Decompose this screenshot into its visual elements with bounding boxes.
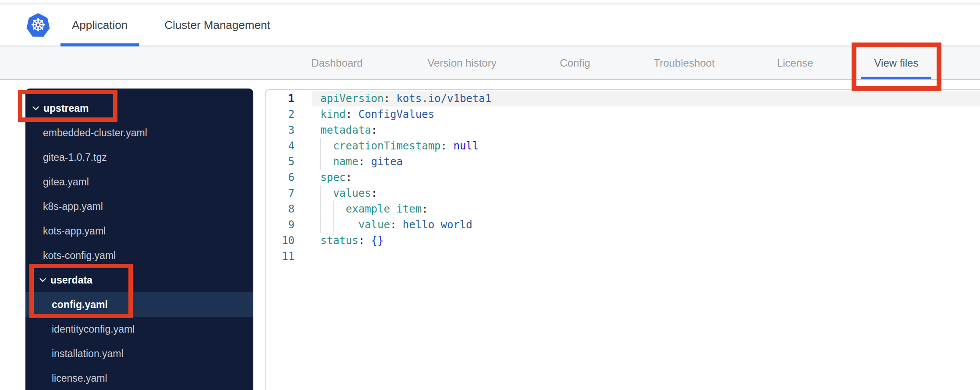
code-line-content[interactable]: creationTimestamp: null <box>312 138 980 154</box>
tree-item-label: config.yaml <box>52 299 108 311</box>
code-line: 7 values: <box>266 185 980 201</box>
tree-item-label: embedded-cluster.yaml <box>43 127 147 139</box>
tree-item-label: gitea-1.0.7.tgz <box>43 152 107 163</box>
code-line: 10 status: {} <box>266 233 980 248</box>
tab-view-files-label: View files <box>874 57 919 69</box>
code-line-content[interactable]: spec: <box>312 170 980 185</box>
tree-file-installation.yaml[interactable]: installation.yaml <box>25 341 253 366</box>
line-number: 7 <box>266 185 295 201</box>
tree-file-embedded-cluster.yaml[interactable]: embedded-cluster.yaml <box>25 121 253 145</box>
line-number: 8 <box>266 201 295 217</box>
tab-config[interactable]: Config <box>560 46 590 79</box>
code-line-content[interactable]: value: hello world <box>312 217 980 233</box>
tab-cluster-management-label: Cluster Management <box>164 18 270 32</box>
tree-file-k8s-app.yaml[interactable]: k8s-app.yaml <box>25 194 253 219</box>
active-tab-underline <box>60 43 139 46</box>
code-line-content[interactable]: metadata: <box>312 122 980 138</box>
file-tree: upstream embedded-cluster.yaml gitea-1.0… <box>25 89 253 390</box>
code-line-content[interactable]: apiVersion: kots.io/v1beta1 <box>312 91 980 106</box>
tab-troubleshoot-label: Troubleshoot <box>653 57 714 69</box>
helm-wheel-icon: ☸ <box>30 16 46 34</box>
tree-item-label: kots-config.yaml <box>43 250 116 262</box>
code-line: 4 creationTimestamp: null <box>266 138 980 154</box>
code-line-content[interactable]: name: gitea <box>312 154 980 170</box>
tab-version-history[interactable]: Version history <box>427 46 496 79</box>
code-lines: 1 apiVersion: kots.io/v1beta1 2 kind: Co… <box>266 91 980 264</box>
tab-troubleshoot[interactable]: Troubleshoot <box>653 46 714 79</box>
app-subnav: Dashboard Version history Config Trouble… <box>0 46 980 80</box>
tab-config-label: Config <box>560 57 590 69</box>
active-subnav-underline <box>861 77 931 79</box>
tree-item-label: license.yaml <box>52 372 107 384</box>
tree-item-label: upstream <box>43 103 89 114</box>
tree-item-label: kots-app.yaml <box>43 225 106 237</box>
tree-folder-upstream[interactable]: upstream <box>25 96 253 121</box>
header-tabs: Application Cluster Management <box>60 4 282 46</box>
chevron-down-icon <box>32 106 39 110</box>
tree-item-label: identityconfig.yaml <box>52 323 135 335</box>
code-line: 1 apiVersion: kots.io/v1beta1 <box>266 91 980 106</box>
line-number: 3 <box>266 122 295 138</box>
kubernetes-logo[interactable]: ☸ <box>26 13 50 38</box>
line-number: 4 <box>266 138 295 154</box>
tree-file-gitea.yaml[interactable]: gitea.yaml <box>25 170 253 194</box>
tab-view-files[interactable]: View files <box>874 46 919 79</box>
code-line-content[interactable]: values: <box>312 185 980 201</box>
code-line: 3 metadata: <box>266 122 980 138</box>
tree-item-label: gitea.yaml <box>43 176 89 188</box>
editor-panel: 1 apiVersion: kots.io/v1beta1 2 kind: Co… <box>265 89 980 390</box>
tab-application-label: Application <box>72 18 128 32</box>
kubernetes-heptagon: ☸ <box>26 13 50 38</box>
code-line: 2 kind: ConfigValues <box>266 106 980 122</box>
code-line: 11 <box>266 248 980 264</box>
line-number: 2 <box>266 106 295 122</box>
app-header: ☸ Application Cluster Management <box>0 4 980 46</box>
tree-item-label: installation.yaml <box>52 348 124 360</box>
tab-dashboard-label: Dashboard <box>311 57 362 69</box>
line-number: 9 <box>266 217 295 233</box>
code-line-content[interactable]: kind: ConfigValues <box>312 106 980 122</box>
code-line: 6 spec: <box>266 170 980 185</box>
tree-file-kots-app.yaml[interactable]: kots-app.yaml <box>25 219 253 243</box>
chevron-down-icon <box>39 278 46 282</box>
code-line: 5 name: gitea <box>266 154 980 170</box>
line-number: 5 <box>266 154 295 170</box>
tab-cluster-management[interactable]: Cluster Management <box>153 4 281 46</box>
tree-item-label: k8s-app.yaml <box>43 201 103 213</box>
tab-version-history-label: Version history <box>427 57 496 69</box>
line-number: 1 <box>266 91 295 106</box>
tree-file-license.yaml[interactable]: license.yaml <box>25 366 253 390</box>
tab-license-label: License <box>777 57 813 69</box>
tree-file-kots-config.yaml[interactable]: kots-config.yaml <box>25 243 253 268</box>
tree-item-label: userdata <box>50 274 92 286</box>
tree-file-config.yaml[interactable]: config.yaml <box>25 292 253 317</box>
tab-application[interactable]: Application <box>60 4 139 46</box>
tree-file-gitea-1.0.7.tgz[interactable]: gitea-1.0.7.tgz <box>25 145 253 170</box>
code-line: 8 example_item: <box>266 201 980 217</box>
tab-license[interactable]: License <box>777 46 813 79</box>
tab-dashboard[interactable]: Dashboard <box>311 46 362 79</box>
code-line: 9 value: hello world <box>266 217 980 233</box>
code-line-content[interactable]: status: {} <box>312 233 980 248</box>
tree-file-identityconfig.yaml[interactable]: identityconfig.yaml <box>25 317 253 341</box>
line-number: 10 <box>266 233 295 248</box>
code-line-content[interactable]: example_item: <box>312 201 980 217</box>
code-line-content[interactable] <box>312 248 980 264</box>
tree-folder-userdata[interactable]: userdata <box>25 268 253 292</box>
line-number: 11 <box>266 248 295 264</box>
line-number: 6 <box>266 170 295 185</box>
